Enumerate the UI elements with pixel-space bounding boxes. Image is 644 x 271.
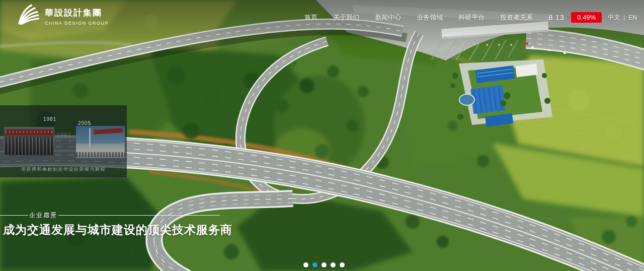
carousel-dot-5[interactable] (340, 262, 345, 267)
history-timeline-card[interactable]: 1981 2005 1981 用拼搏和奉献刻画华设的荣耀与辉煌 (0, 105, 127, 177)
carousel-dot-1[interactable] (303, 262, 308, 267)
nav-item-research[interactable]: 科研平台 (458, 13, 485, 22)
timeline-year-1981: 1981 (43, 116, 56, 122)
vision-section-label-row: 企业愿景 (0, 212, 220, 219)
stock-change-badge[interactable]: 0.49% (571, 12, 602, 23)
site-header: 華設設計集團 CHINA DESIGN GROUP 首页 关于我们 新闻中心 业… (0, 0, 644, 35)
label-line-left (0, 215, 28, 216)
flag-pole (89, 128, 91, 147)
carousel-dot-2[interactable] (312, 262, 317, 267)
main-nav: 首页 关于我们 新闻中心 业务领域 科研平台 投资者关系 8.13 ↑ 0.49… (304, 12, 637, 23)
hero-headline: 成为交通发展与城市建设的顶尖技术服务商 (3, 222, 232, 238)
brand-name-en: CHINA DESIGN GROUP (45, 21, 109, 26)
nav-item-news[interactable]: 新闻中心 (375, 13, 401, 22)
carousel-dot-3[interactable] (321, 262, 327, 267)
group-photo-crowd (4, 137, 54, 155)
fan-stripes-icon (17, 4, 40, 25)
brand-logo-text: 華設設計集團 CHINA DESIGN GROUP (45, 4, 109, 26)
red-banner (94, 128, 123, 134)
lang-zh-link[interactable]: 中文 (608, 13, 620, 22)
carousel-dots (303, 262, 345, 267)
carousel-dot-4[interactable] (331, 262, 336, 267)
stock-up-arrow-icon: ↑ (566, 14, 570, 22)
nav-item-about[interactable]: 关于我们 (333, 13, 359, 22)
red-banner (6, 129, 53, 135)
brand-logo[interactable]: 華設設計集團 CHINA DESIGN GROUP (17, 4, 109, 26)
nav-item-investor[interactable]: 投资者关系 (500, 13, 533, 22)
group-photo-crowd (76, 152, 125, 157)
language-switcher: 中文 | EN (608, 13, 637, 22)
history-photo-2005 (76, 126, 125, 158)
timeline-year-ghost: 1981 (56, 131, 72, 139)
lang-en-link[interactable]: EN (628, 14, 637, 21)
lang-divider: | (623, 14, 625, 21)
vision-section-label: 企业愿景 (29, 211, 57, 220)
label-line-right (58, 215, 220, 216)
nav-item-business[interactable]: 业务领域 (417, 13, 443, 22)
timeline-year-2005: 2005 (78, 120, 91, 126)
stock-price[interactable]: 8.13 (548, 13, 564, 22)
history-caption: 用拼搏和奉献刻画华设的荣耀与辉煌 (0, 166, 127, 173)
hero-banner: 華設設計集團 CHINA DESIGN GROUP 首页 关于我们 新闻中心 业… (0, 0, 644, 271)
nav-item-home[interactable]: 首页 (304, 13, 317, 22)
brand-name-cn: 華設設計集團 (45, 7, 109, 19)
stock-quote: 8.13 ↑ 0.49% (548, 12, 602, 23)
history-photo-1981 (4, 127, 54, 155)
